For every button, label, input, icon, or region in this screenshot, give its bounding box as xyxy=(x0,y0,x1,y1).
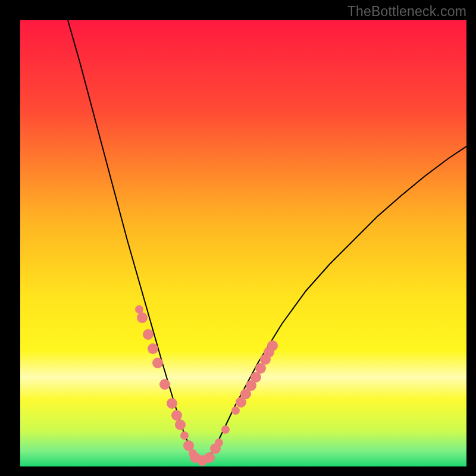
curve-dot xyxy=(135,305,143,314)
curve-dots-small xyxy=(135,305,240,458)
curve-dots-large xyxy=(137,312,278,466)
bottleneck-curve xyxy=(68,20,466,461)
curve-dot xyxy=(204,452,215,463)
curve-dot xyxy=(171,410,182,421)
watermark-text: TheBottleneck.com xyxy=(347,4,466,20)
curve-dot xyxy=(231,406,240,415)
curve-dot xyxy=(143,329,154,340)
curve-dot xyxy=(267,340,278,351)
curve-dot xyxy=(180,431,189,440)
curve-layer xyxy=(20,20,466,466)
plot-area xyxy=(20,20,466,466)
curve-dot xyxy=(221,425,230,434)
curve-dot xyxy=(137,312,148,323)
curve-dot xyxy=(175,419,186,430)
curve-dot xyxy=(215,439,223,447)
curve-dot xyxy=(159,379,170,390)
curve-dot xyxy=(189,449,197,458)
curve-dot xyxy=(148,343,158,354)
curve-dot xyxy=(152,358,163,368)
chart-frame: TheBottleneck.com xyxy=(0,0,476,476)
curve-dot xyxy=(167,398,177,409)
